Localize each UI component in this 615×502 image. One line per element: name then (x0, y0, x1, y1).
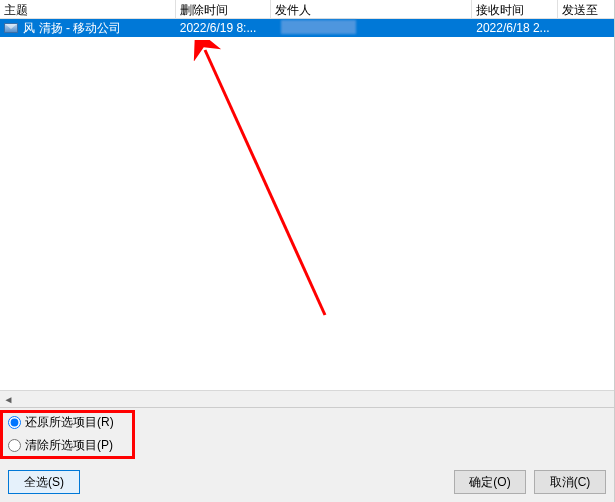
cell-send-to (558, 27, 614, 29)
col-header-received-time[interactable]: 接收时间 (472, 0, 558, 18)
col-header-subject[interactable]: 主题 (0, 0, 176, 18)
column-header-row: 主题 删除时间 发件人 接收时间 发送至 (0, 0, 614, 19)
cell-subject-text: 风 清扬 - 移动公司 (23, 21, 121, 35)
radio-purge-input[interactable] (8, 439, 21, 452)
svg-line-0 (205, 50, 325, 315)
col-header-deleted-time[interactable]: 删除时间 (176, 0, 271, 18)
cell-sender (271, 18, 473, 38)
cancel-button[interactable]: 取消(C) (534, 470, 606, 494)
col-header-sender[interactable]: 发件人 (271, 0, 473, 18)
action-radio-group: 还原所选项目(R) 清除所选项目(P) (8, 414, 606, 454)
button-bar: 全选(S) 确定(O) 取消(C) (8, 470, 606, 494)
ok-button[interactable]: 确定(O) (454, 470, 526, 494)
radio-restore-label: 还原所选项目(R) (25, 414, 114, 431)
options-panel: 还原所选项目(R) 清除所选项目(P) 全选(S) 确定(O) 取消(C) (0, 407, 615, 502)
cell-subject: 风 清扬 - 移动公司 (0, 19, 176, 38)
radio-purge[interactable]: 清除所选项目(P) (8, 437, 606, 454)
annotation-arrow-icon (135, 40, 355, 330)
sender-redacted (281, 20, 356, 34)
cell-deleted-time: 2022/6/19 8:... (176, 20, 271, 36)
radio-restore[interactable]: 还原所选项目(R) (8, 414, 606, 431)
col-header-send-to[interactable]: 发送至 (558, 0, 614, 18)
scroll-left-icon[interactable]: ◄ (0, 391, 17, 407)
radio-restore-input[interactable] (8, 416, 21, 429)
horizontal-scrollbar[interactable]: ◄ (0, 390, 614, 407)
table-row[interactable]: 风 清扬 - 移动公司 2022/6/19 8:... 2022/6/18 2.… (0, 19, 614, 37)
mail-list-area: 主题 删除时间 发件人 接收时间 发送至 风 清扬 - 移动公司 2022/6/… (0, 0, 615, 407)
mail-icon (4, 23, 18, 33)
select-all-button[interactable]: 全选(S) (8, 470, 80, 494)
cell-received-time: 2022/6/18 2... (472, 20, 558, 36)
radio-purge-label: 清除所选项目(P) (25, 437, 113, 454)
